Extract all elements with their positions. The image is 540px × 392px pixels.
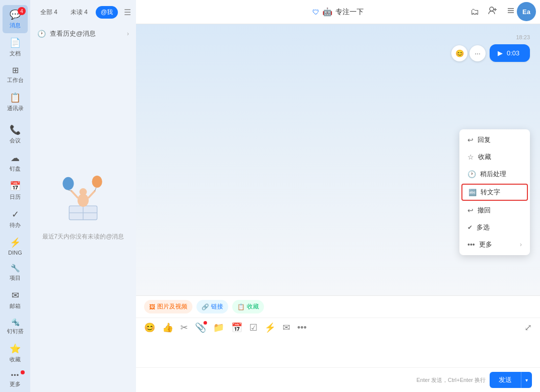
sidebar-item-favorites[interactable]: ⭐ 收藏 bbox=[3, 339, 28, 367]
tab-all[interactable]: 全部 4 bbox=[35, 6, 62, 19]
more-action-btn[interactable]: ··· bbox=[469, 45, 486, 61]
history-item[interactable]: 🕐 查看历史@消息 › bbox=[30, 24, 136, 43]
menu-item-multiselect[interactable]: ✔ 多选 bbox=[459, 219, 530, 236]
more-input-icon[interactable]: ••• bbox=[297, 323, 307, 333]
sidebar-item-contacts[interactable]: 📋 通讯录 bbox=[3, 88, 28, 116]
dingdang-icon: 🔩 bbox=[11, 318, 20, 326]
menu-item-to-text-label: 转文字 bbox=[481, 188, 500, 197]
menu-item-collect[interactable]: ☆ 收藏 bbox=[459, 148, 530, 166]
empty-text: 最近7天内你没有未读的@消息 bbox=[42, 232, 124, 241]
thumbsup-icon[interactable]: 👍 bbox=[162, 322, 173, 333]
collect-btn[interactable]: 📋 收藏 bbox=[232, 300, 264, 313]
expand-icon[interactable]: ⤢ bbox=[524, 322, 532, 333]
emoji-icon[interactable]: 😊 bbox=[144, 322, 155, 333]
svg-point-4 bbox=[80, 188, 87, 196]
messages-area[interactable]: 18:23 😊 ··· ▶ 0:03 ↩ 回复 ☆ bbox=[136, 24, 540, 295]
menu-more-arrow-icon: › bbox=[520, 241, 522, 248]
empty-illustration bbox=[53, 164, 113, 224]
collect-icon-2: 📋 bbox=[237, 303, 245, 310]
history-clock-icon: 🕐 bbox=[37, 30, 46, 38]
sidebar-item-documents[interactable]: 📄 文档 bbox=[3, 33, 28, 61]
empty-state: 最近7天内你没有未读的@消息 bbox=[30, 43, 136, 392]
svg-line-5 bbox=[72, 191, 78, 198]
person-add-icon[interactable] bbox=[488, 6, 498, 18]
collect-icon: ☆ bbox=[467, 153, 474, 161]
folder-input-icon[interactable]: 📁 bbox=[213, 322, 224, 333]
menu-item-reply[interactable]: ↩ 回复 bbox=[459, 131, 530, 148]
message-group: 18:23 😊 ··· ▶ 0:03 bbox=[146, 34, 530, 62]
send-bar: Enter 发送，Ctrl+Enter 换行 发送 ▾ bbox=[136, 367, 540, 392]
title-text: 专注一下 bbox=[335, 8, 364, 17]
mail-icon: ✉ bbox=[12, 290, 19, 301]
history-item-label: 查看历史@消息 bbox=[50, 29, 96, 38]
menu-item-collect-label: 收藏 bbox=[478, 152, 491, 162]
sidebar-item-workspace[interactable]: ⊞ 工作台 bbox=[3, 61, 28, 88]
favorites-icon: ⭐ bbox=[10, 343, 21, 354]
menu-item-reply-label: 回复 bbox=[478, 135, 491, 144]
menu-item-revoke-label: 撤回 bbox=[478, 206, 491, 215]
sidebar-item-disk[interactable]: ☁ 钉盘 bbox=[3, 148, 28, 177]
photo-video-btn[interactable]: 🖼 图片及视频 bbox=[144, 300, 192, 313]
input-area[interactable] bbox=[136, 337, 540, 367]
menu-item-to-text[interactable]: 🔤 转文字 bbox=[461, 184, 528, 201]
send-hint: Enter 发送，Ctrl+Enter 换行 bbox=[417, 376, 486, 384]
sidebar-item-messages[interactable]: 💬 消息 4 bbox=[3, 5, 28, 33]
photo-icon: 🖼 bbox=[149, 303, 155, 310]
chat-main: 🛡 🤖 专注一下 🗂 ⚙ Ea 18:23 😊 ··· bbox=[136, 0, 540, 392]
revoke-icon: ↩ bbox=[467, 206, 474, 214]
sidebar-item-calendar[interactable]: 📅 日历 bbox=[3, 177, 28, 205]
calendar-input-icon[interactable]: 📅 bbox=[231, 322, 242, 333]
checkbox-icon[interactable]: ☑ bbox=[249, 322, 257, 333]
svg-point-9 bbox=[92, 176, 102, 188]
input-toolbar: 😊 👍 ✂ 📎 📁 📅 ☑ ⚡ ✉ ••• ⤢ bbox=[136, 318, 540, 337]
audio-message-bubble[interactable]: ▶ 0:03 bbox=[490, 44, 530, 62]
history-arrow-icon: › bbox=[127, 30, 129, 37]
scissors-icon[interactable]: ✂ bbox=[180, 322, 188, 333]
mail-input-icon[interactable]: ✉ bbox=[283, 322, 290, 333]
menu-item-later[interactable]: 🕐 稍后处理 bbox=[459, 166, 530, 183]
sidebar-item-todo[interactable]: ✓ 待办 bbox=[3, 205, 28, 233]
tab-at-me[interactable]: @我 bbox=[96, 6, 118, 19]
menu-item-multiselect-label: 多选 bbox=[477, 223, 490, 232]
sidebar-item-dingdang[interactable]: 🔩 钉钉搭 bbox=[3, 314, 28, 339]
menu-item-more[interactable]: ••• 更多 › bbox=[459, 236, 530, 253]
clip-dot bbox=[204, 321, 207, 325]
documents-icon: 📄 bbox=[10, 37, 21, 48]
clip-icon[interactable]: 📎 bbox=[195, 322, 206, 333]
chat-list-panel: 全部 4 未读 4 @我 ☰ 🕐 查看历史@消息 › 最近7天内 bbox=[30, 0, 136, 392]
calendar-icon: 📅 bbox=[10, 181, 21, 192]
send-btn-group: 发送 ▾ bbox=[490, 372, 532, 388]
message-row: 😊 ··· ▶ 0:03 bbox=[451, 44, 530, 62]
audio-play-icon: ▶ bbox=[498, 49, 503, 57]
sidebar-item-more[interactable]: ••• 更多 bbox=[3, 367, 28, 392]
tab-unread[interactable]: 未读 4 bbox=[65, 6, 93, 19]
link-btn[interactable]: 🔗 链接 bbox=[196, 300, 228, 313]
context-menu: ↩ 回复 ☆ 收藏 🕐 稍后处理 🔤 转文字 ↩ 撤回 ✔ 多选 bbox=[459, 129, 530, 255]
flash-icon[interactable]: ⚡ bbox=[264, 322, 276, 333]
multiselect-icon: ✔ bbox=[467, 224, 472, 231]
svg-line-6 bbox=[89, 191, 95, 198]
sidebar-item-project[interactable]: 🔧 项目 bbox=[3, 260, 28, 286]
sidebar-item-mail[interactable]: ✉ 邮箱 bbox=[3, 286, 28, 314]
emoji-action-btn[interactable]: 😊 bbox=[451, 45, 467, 61]
svg-point-7 bbox=[62, 177, 74, 190]
collect-label: 收藏 bbox=[247, 302, 259, 311]
more-icon: ••• bbox=[11, 371, 20, 379]
photo-video-label: 图片及视频 bbox=[157, 302, 187, 311]
meetings-icon: 📞 bbox=[10, 124, 21, 135]
top-right-avatar[interactable]: Ea bbox=[517, 2, 536, 21]
link-label: 链接 bbox=[211, 302, 223, 311]
link-icon: 🔗 bbox=[201, 303, 209, 310]
messages-badge: 4 bbox=[18, 7, 26, 15]
menu-item-revoke[interactable]: ↩ 撤回 bbox=[459, 202, 530, 219]
sidebar-item-ding[interactable]: ⚡ DING bbox=[3, 233, 28, 260]
send-button[interactable]: 发送 bbox=[490, 372, 521, 388]
svg-point-3 bbox=[78, 194, 89, 207]
list-icon[interactable] bbox=[506, 6, 516, 18]
send-arrow-button[interactable]: ▾ bbox=[521, 372, 532, 388]
folder-icon[interactable]: 🗂 bbox=[470, 7, 480, 17]
ding-icon: ⚡ bbox=[10, 237, 21, 248]
contacts-icon: 📋 bbox=[10, 92, 21, 103]
tab-more-icon[interactable]: ☰ bbox=[124, 8, 131, 17]
sidebar-item-meetings[interactable]: 📞 会议 bbox=[3, 120, 28, 148]
